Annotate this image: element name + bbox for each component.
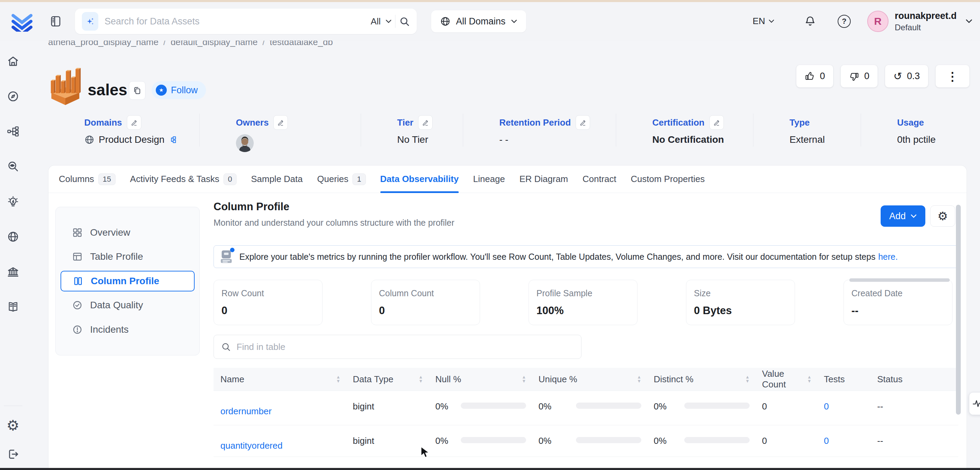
entity-panel: Columns15 Activity Feeds & Tasks0 Sample… <box>48 165 967 470</box>
breadcrumb-database[interactable]: default_display_name <box>170 41 258 47</box>
edit-tier-button[interactable] <box>418 115 433 130</box>
certification-label: Certification <box>652 117 705 128</box>
user-menu-chevron[interactable] <box>966 19 972 23</box>
downvote-button[interactable]: 0 <box>841 65 878 88</box>
tab-contract[interactable]: Contract <box>582 166 616 193</box>
alert-circle-icon <box>72 325 83 335</box>
menu-item-incidents[interactable]: Incidents <box>60 319 195 340</box>
nav-govern-button[interactable] <box>7 266 19 278</box>
all-domains-button[interactable]: All Domains <box>431 10 526 32</box>
menu-item-table-profile[interactable]: Table Profile <box>60 246 195 267</box>
sort-control[interactable]: ▲▼ <box>745 375 749 383</box>
tab-sample-data[interactable]: Sample Data <box>251 166 302 193</box>
sort-control[interactable]: ▲▼ <box>522 375 526 383</box>
sort-control[interactable]: ▲▼ <box>637 375 641 383</box>
nav-lineage-button[interactable] <box>7 125 19 138</box>
edit-retention-button[interactable] <box>576 115 590 130</box>
tab-custom-properties[interactable]: Custom Properties <box>631 166 705 193</box>
notifications-button[interactable] <box>804 15 816 27</box>
docs-link[interactable]: here. <box>878 252 898 261</box>
retention-value: - - <box>499 134 508 145</box>
right-edge-dock[interactable] <box>969 392 980 415</box>
search-input[interactable] <box>105 16 371 27</box>
menu-item-label: Overview <box>90 227 130 238</box>
add-label: Add <box>889 211 906 221</box>
profiler-workflow-icon <box>220 249 233 264</box>
header-value-count: Value Count▲▼ <box>755 368 817 390</box>
nav-explore-button[interactable] <box>7 90 19 102</box>
cell-value-count: 0 <box>755 391 817 425</box>
breadcrumb-service[interactable]: athena_prod_display_name <box>48 41 159 47</box>
version-history-button[interactable]: ↺ 0.3 <box>885 65 928 88</box>
stat-card-size: Size 0 Bytes <box>686 280 795 325</box>
help-button[interactable]: ? <box>838 15 851 28</box>
subdomain-link-icon[interactable] <box>169 135 177 144</box>
add-button[interactable]: Add <box>881 206 925 227</box>
nav-observability-button[interactable] <box>7 160 19 173</box>
menu-item-overview[interactable]: Overview <box>60 222 195 243</box>
tab-label: Activity Feeds & Tasks <box>130 174 220 185</box>
type-label: Type <box>789 117 810 128</box>
nav-home-button[interactable] <box>7 55 19 67</box>
logout-icon <box>7 448 19 460</box>
domain-value[interactable]: Product Design <box>99 134 164 145</box>
tier-label: Tier <box>397 117 413 128</box>
tab-columns[interactable]: Columns15 <box>59 166 116 193</box>
menu-item-column-profile[interactable]: Column Profile <box>60 271 195 292</box>
user-avatar[interactable]: R <box>867 11 889 32</box>
search-scope-dropdown[interactable]: All <box>371 16 391 27</box>
more-actions-button[interactable]: ⋮ <box>935 65 969 88</box>
tests-count-link[interactable]: 0 <box>824 401 829 412</box>
menu-item-data-quality[interactable]: Data Quality <box>60 295 195 315</box>
tab-activity-feeds[interactable]: Activity Feeds & Tasks0 <box>130 166 237 193</box>
header-data-type: Data Type▲▼ <box>346 368 428 390</box>
edit-certification-button[interactable] <box>710 115 724 130</box>
horizontal-scrollbar-thumb[interactable] <box>850 278 950 282</box>
user-block[interactable]: rounakpreet.d Default <box>895 11 957 32</box>
copy-name-button[interactable] <box>129 81 145 100</box>
tab-lineage[interactable]: Lineage <box>473 166 505 193</box>
breadcrumb-separator: / <box>159 41 170 47</box>
tab-data-observability[interactable]: Data Observability <box>380 166 459 193</box>
profiler-info-banner: Explore your table's metrics by running … <box>213 245 958 268</box>
top-navbar: All All Domains <box>0 2 980 41</box>
language-dropdown[interactable]: EN <box>753 16 774 27</box>
nav-logout-button[interactable] <box>7 448 19 460</box>
nav-settings-button[interactable]: ⚙ <box>6 418 20 433</box>
stat-label: Column Count <box>379 288 472 298</box>
tests-count-link[interactable]: 0 <box>824 436 829 446</box>
tab-count-badge: 0 <box>224 174 237 185</box>
page-title: sales <box>88 81 127 99</box>
sort-control[interactable]: ▲▼ <box>418 375 423 383</box>
breadcrumb-schema[interactable]: testdatalake_db <box>270 41 333 47</box>
columns-icon <box>73 276 83 286</box>
ai-sparkle-icon[interactable] <box>82 12 99 30</box>
nav-domains-button[interactable] <box>7 231 19 243</box>
version-number: 0.3 <box>907 71 920 81</box>
sidebar-toggle-button[interactable] <box>49 15 62 27</box>
pencil-icon <box>713 119 721 126</box>
nav-insights-button[interactable] <box>7 196 19 208</box>
edit-domains-button[interactable] <box>127 115 141 130</box>
search-icon[interactable] <box>399 16 410 27</box>
edit-owners-button[interactable] <box>274 115 288 130</box>
cell-null-pct: 0% <box>428 425 531 457</box>
tab-queries[interactable]: Queries1 <box>317 166 366 193</box>
column-name-link[interactable]: quantityordered <box>220 440 283 451</box>
profiler-side-menu: Overview Table Profile Column Profile Da… <box>56 207 200 355</box>
sort-control[interactable]: ▲▼ <box>807 375 811 383</box>
column-name-link[interactable]: ordernumber <box>220 406 272 417</box>
follow-button[interactable]: ★ Follow <box>152 81 206 99</box>
vertical-scrollbar-thumb[interactable] <box>956 205 961 414</box>
kebab-icon: ⋮ <box>947 70 958 83</box>
gear-icon: ⚙ <box>6 417 20 433</box>
owner-avatar[interactable] <box>236 134 254 152</box>
tab-er-diagram[interactable]: ER Diagram <box>519 166 568 193</box>
profiler-settings-button[interactable]: ⚙ <box>930 206 955 227</box>
find-in-table-input[interactable] <box>237 342 574 352</box>
upvote-button[interactable]: 0 <box>796 65 833 88</box>
lightbulb-icon <box>7 196 19 208</box>
sort-control[interactable]: ▲▼ <box>336 375 340 383</box>
user-workspace: Default <box>895 23 957 32</box>
nav-glossary-button[interactable] <box>7 301 19 313</box>
